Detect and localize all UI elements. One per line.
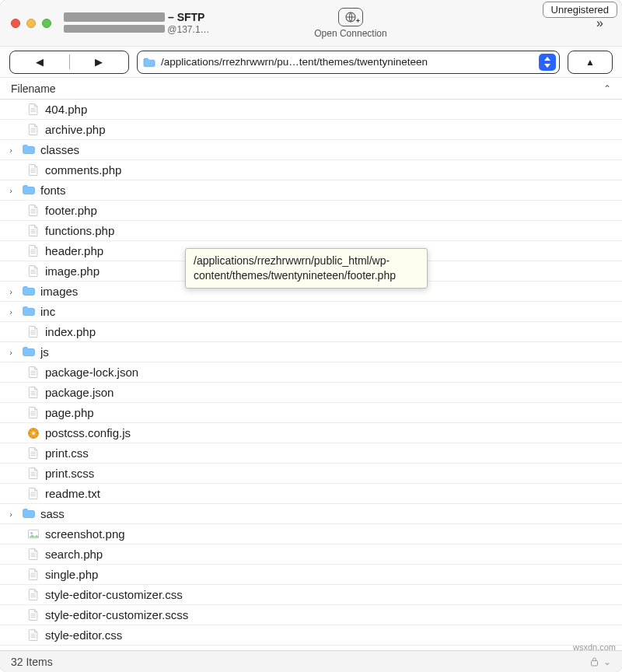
file-name: index.php <box>45 325 96 338</box>
folder-icon <box>22 285 36 299</box>
file-row[interactable]: package.json <box>0 383 622 403</box>
file-icon <box>26 325 40 339</box>
file-row[interactable]: archive.php <box>0 120 622 140</box>
disclosure-triangle-icon[interactable]: › <box>5 145 17 155</box>
file-name: functions.php <box>45 224 114 237</box>
file-row[interactable]: readme.txt <box>0 484 622 504</box>
file-row[interactable]: ›sass <box>0 504 622 524</box>
file-name: postcss.config.js <box>45 426 131 439</box>
file-name: screenshot.png <box>45 527 125 541</box>
status-lock-caret: ⌄ <box>603 656 611 667</box>
folder-icon <box>142 57 156 68</box>
disclosure-triangle-icon[interactable]: › <box>5 307 17 317</box>
file-name: inc <box>40 305 55 318</box>
file-list[interactable]: 404.phparchive.php›classescomments.php›f… <box>0 100 622 650</box>
file-name: package-lock.json <box>45 366 138 379</box>
column-filename-label: Filename <box>11 82 56 95</box>
file-row[interactable]: package-lock.json <box>0 362 622 383</box>
file-icon <box>26 386 40 400</box>
file-name: package.json <box>45 386 114 399</box>
path-display: /applications/rrezhrwwrn/pu…tent/themes/… <box>161 56 534 68</box>
file-row[interactable]: print.css <box>0 443 622 464</box>
file-name: style-editor-customizer.css <box>45 588 183 601</box>
open-connection-label: Open Connection <box>314 28 386 39</box>
file-icon <box>26 628 40 642</box>
file-row[interactable]: index.php <box>0 322 622 342</box>
file-row[interactable]: style-editor-customizer.css <box>0 585 622 605</box>
file-row[interactable]: functions.php <box>0 221 622 241</box>
title-host-suffix: @137.1… <box>167 24 209 35</box>
file-name: classes <box>40 143 79 156</box>
disclosure-triangle-icon[interactable]: › <box>5 509 17 519</box>
file-row[interactable]: screenshot.png <box>0 524 622 544</box>
sort-indicator-icon: ⌃ <box>603 83 611 94</box>
file-row[interactable]: style-editor.css <box>0 625 622 646</box>
file-icon <box>26 608 40 622</box>
file-row[interactable]: search.php <box>0 544 622 565</box>
file-icon <box>26 163 40 177</box>
file-icon <box>26 103 40 117</box>
file-name: image.php <box>45 264 100 278</box>
file-name: 404.php <box>45 103 87 116</box>
file-name: readme.txt <box>45 487 100 500</box>
maximize-window-button[interactable] <box>42 19 51 28</box>
file-row[interactable]: ›fonts <box>0 180 622 201</box>
title-sftp-suffix: – SFTP <box>168 11 204 24</box>
file-icon <box>26 406 40 420</box>
file-name: sass <box>40 507 65 520</box>
file-row[interactable]: ›js <box>0 342 622 362</box>
status-item-count: 32 Items <box>11 656 53 668</box>
globe-plus-icon: + <box>338 8 363 26</box>
column-header[interactable]: Filename ⌃ <box>0 78 622 100</box>
path-toolbar: ◀ ▶ /applications/rrezhrwwrn/pu…tent/the… <box>0 47 622 78</box>
file-name: js <box>40 345 49 359</box>
status-lock[interactable]: ⌄ <box>590 656 611 667</box>
folder-icon <box>22 143 36 157</box>
path-tooltip: /applications/rrezhrwwrn/public_html/wp-… <box>185 248 428 289</box>
file-name: comments.php <box>45 163 121 177</box>
file-name: footer.php <box>45 204 97 217</box>
close-window-button[interactable] <box>11 19 20 28</box>
titlebar: – SFTP @137.1… + Open Connection » Unreg… <box>0 0 622 47</box>
file-row[interactable]: footer.php <box>0 201 622 221</box>
file-icon <box>26 366 40 380</box>
disclosure-triangle-icon[interactable]: › <box>5 287 17 296</box>
unregistered-badge[interactable]: Unregistered <box>543 2 617 18</box>
file-name: header.php <box>45 244 103 257</box>
disclosure-triangle-icon[interactable]: › <box>5 348 17 357</box>
file-row[interactable]: 404.php <box>0 100 622 120</box>
nav-back-button[interactable]: ◀ <box>10 56 69 68</box>
path-selector[interactable]: /applications/rrezhrwwrn/pu…tent/themes/… <box>137 51 560 74</box>
folder-icon <box>22 305 36 319</box>
file-row[interactable]: single.php <box>0 565 622 585</box>
file-name: images <box>40 285 78 298</box>
nav-back-forward: ◀ ▶ <box>9 51 129 74</box>
redacted-host <box>64 12 165 22</box>
file-name: style-editor-customizer.scss <box>45 608 188 621</box>
nav-up-button[interactable]: ▲ <box>568 51 613 74</box>
open-connection-button[interactable]: + Open Connection <box>314 8 386 39</box>
file-row[interactable]: ›inc <box>0 302 622 322</box>
file-name: print.css <box>45 446 89 460</box>
path-dropdown-button[interactable] <box>539 54 556 71</box>
folder-icon <box>22 184 36 198</box>
minimize-window-button[interactable] <box>26 19 36 28</box>
file-name: search.php <box>45 548 103 561</box>
watermark: wsxdn.com <box>573 642 616 652</box>
file-row[interactable]: print.scss <box>0 464 622 484</box>
file-icon <box>26 568 40 582</box>
config-icon <box>26 426 40 440</box>
nav-forward-button[interactable]: ▶ <box>70 56 129 68</box>
file-icon <box>26 588 40 602</box>
window-title-block: – SFTP @137.1… <box>64 11 210 35</box>
disclosure-triangle-icon[interactable]: › <box>5 186 17 195</box>
file-row[interactable]: postcss.config.js <box>0 423 622 443</box>
file-row[interactable]: comments.php <box>0 160 622 180</box>
folder-icon <box>22 507 36 521</box>
file-row[interactable]: style-editor-customizer.scss <box>0 605 622 625</box>
file-row[interactable]: ›classes <box>0 140 622 160</box>
file-row[interactable]: page.php <box>0 403 622 423</box>
file-icon <box>26 264 40 278</box>
file-name: print.scss <box>45 467 94 480</box>
traffic-lights <box>11 19 51 28</box>
